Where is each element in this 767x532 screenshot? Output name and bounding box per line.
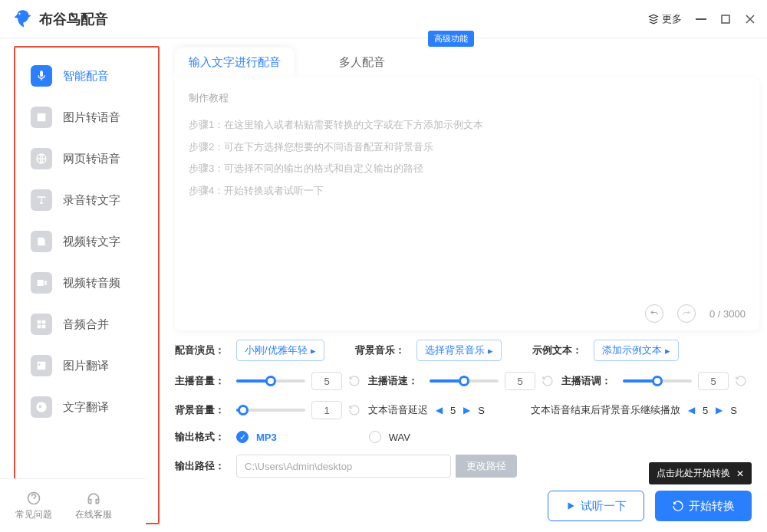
app-logo: 布谷鸟配音 — [12, 8, 108, 30]
reset-icon[interactable] — [348, 404, 360, 416]
continue-unit: S — [730, 405, 737, 416]
app-title: 布谷鸟配音 — [39, 10, 108, 28]
continue-decrease[interactable]: ◀ — [688, 405, 695, 415]
sidebar-item-audio-to-text[interactable]: 录音转文字 — [15, 179, 158, 221]
speed-label: 主播语速： — [368, 374, 422, 388]
photo-icon — [31, 355, 52, 376]
editor-line: 步骤1：在这里输入或者粘贴需要转换的文字或在下方添加示例文本 — [189, 114, 746, 136]
continue-value: 5 — [703, 405, 708, 416]
merge-icon — [31, 314, 52, 335]
redo-button[interactable] — [677, 304, 696, 323]
path-label: 输出路径： — [175, 459, 229, 473]
sidebar-item-label: 网页转语音 — [63, 152, 120, 166]
premium-badge: 高级功能 — [428, 31, 474, 47]
play-icon: ▸ — [665, 345, 670, 356]
sidebar: 智能配音 图片转语音 网页转语音 录音转文字 视频转文字 视频转音频 音频合并 — [14, 46, 160, 524]
play-icon — [565, 501, 576, 511]
reset-icon[interactable] — [348, 375, 360, 387]
sidebar-item-text-translate[interactable]: 文字翻译 — [15, 386, 158, 428]
radio-wav[interactable] — [369, 431, 381, 443]
convert-icon — [672, 500, 684, 512]
continue-increase[interactable]: ▶ — [716, 405, 723, 415]
mic-icon — [31, 65, 52, 87]
text-icon — [31, 189, 52, 211]
sidebar-item-image-to-voice[interactable]: 图片转语音 — [15, 97, 158, 138]
svg-rect-2 — [722, 15, 729, 23]
format-wav-label: WAV — [389, 432, 410, 443]
editor-header: 制作教程 — [189, 91, 746, 105]
more-button[interactable]: 更多 — [648, 12, 682, 26]
delay-decrease[interactable]: ◀ — [436, 405, 443, 415]
bgvol-label: 背景音量： — [175, 403, 229, 417]
sidebar-item-label: 视频转文字 — [63, 235, 120, 249]
reset-icon[interactable] — [542, 375, 554, 387]
delay-label: 文本语音延迟 — [368, 403, 428, 417]
speed-slider[interactable] — [430, 379, 499, 383]
convert-tooltip: 点击此处开始转换 ✕ — [649, 462, 752, 484]
minimize-button[interactable] — [696, 14, 706, 25]
globe-icon — [31, 148, 52, 169]
delay-unit: S — [478, 405, 485, 416]
faq-button[interactable]: 常见问题 — [15, 491, 52, 521]
tone-value[interactable]: 5 — [698, 372, 729, 390]
sidebar-item-web-to-voice[interactable]: 网页转语音 — [15, 138, 158, 179]
titlebar: 布谷鸟配音 更多 — [0, 0, 767, 38]
tab-multi-voice[interactable]: 多人配音 — [325, 48, 399, 77]
support-button[interactable]: 在线客服 — [75, 491, 112, 521]
sample-select[interactable]: 添加示例文本▸ — [594, 340, 679, 361]
preview-button[interactable]: 试听一下 — [548, 491, 644, 521]
sidebar-item-label: 图片转语音 — [63, 110, 120, 125]
actor-label: 配音演员： — [175, 343, 229, 357]
editor-line: 步骤2：可在下方选择您想要的不同语音配置和背景音乐 — [189, 136, 746, 159]
radio-mp3[interactable] — [236, 431, 249, 443]
bgvol-value[interactable]: 1 — [311, 401, 342, 419]
convert-button[interactable]: 开始转换 — [655, 491, 752, 521]
tone-slider[interactable] — [623, 379, 692, 383]
path-input[interactable]: C:\Users\Admin\desktop — [236, 455, 451, 478]
video-text-icon — [31, 231, 52, 252]
format-label: 输出格式： — [175, 430, 229, 444]
delay-increase[interactable]: ▶ — [463, 405, 470, 415]
bgm-select[interactable]: 选择背景音乐▸ — [416, 340, 502, 361]
sidebar-item-audio-merge[interactable]: 音频合并 — [15, 304, 158, 345]
delay-value: 5 — [450, 405, 456, 416]
speed-value[interactable]: 5 — [505, 372, 535, 390]
sidebar-item-video-to-audio[interactable]: 视频转音频 — [15, 262, 158, 304]
tab-text-input[interactable]: 输入文字进行配音 — [175, 48, 295, 77]
sidebar-item-label: 图片翻译 — [63, 359, 109, 373]
bottom-bar: 常见问题 在线客服 — [0, 478, 146, 532]
editor-line: 步骤3：可选择不同的输出的格式和自定义输出的路径 — [189, 158, 746, 180]
bgvol-slider[interactable] — [236, 409, 305, 412]
volume-value[interactable]: 5 — [311, 372, 342, 390]
svg-point-0 — [18, 12, 20, 14]
sidebar-item-image-translate[interactable]: 图片翻译 — [15, 345, 158, 386]
sidebar-item-smart-voice[interactable]: 智能配音 — [15, 55, 158, 97]
sidebar-item-label: 音频合并 — [63, 317, 109, 332]
tooltip-close[interactable]: ✕ — [736, 468, 744, 479]
play-icon: ▸ — [311, 345, 316, 356]
actor-select[interactable]: 小刚/优雅年轻▸ — [236, 340, 324, 361]
bird-icon — [12, 8, 33, 30]
headset-icon — [86, 491, 101, 506]
format-mp3-label: MP3 — [256, 432, 277, 443]
play-icon: ▸ — [488, 345, 493, 356]
maximize-button[interactable] — [720, 14, 731, 25]
text-editor[interactable]: 制作教程 步骤1：在这里输入或者粘贴需要转换的文字或在下方添加示例文本 步骤2：… — [175, 77, 759, 330]
char-counter: 0 / 3000 — [709, 308, 746, 320]
image-icon — [31, 107, 52, 128]
sample-label: 示例文本： — [532, 343, 586, 357]
close-button[interactable] — [745, 14, 755, 25]
video-icon — [31, 272, 52, 294]
editor-line: 步骤4：开始转换或者试听一下 — [189, 180, 746, 202]
undo-button[interactable] — [645, 304, 663, 323]
volume-label: 主播音量： — [175, 374, 229, 388]
stack-icon — [648, 14, 659, 25]
sidebar-item-label: 录音转文字 — [63, 193, 120, 208]
change-path-button[interactable]: 更改路径 — [456, 455, 517, 478]
translate-icon — [31, 396, 52, 418]
tabs: 高级功能 输入文字进行配音 多人配音 — [175, 48, 759, 77]
volume-slider[interactable] — [236, 379, 305, 383]
main-panel: 高级功能 输入文字进行配音 多人配音 制作教程 步骤1：在这里输入或者粘贴需要转… — [160, 38, 767, 532]
reset-icon[interactable] — [735, 375, 747, 387]
sidebar-item-video-to-text[interactable]: 视频转文字 — [15, 221, 158, 262]
